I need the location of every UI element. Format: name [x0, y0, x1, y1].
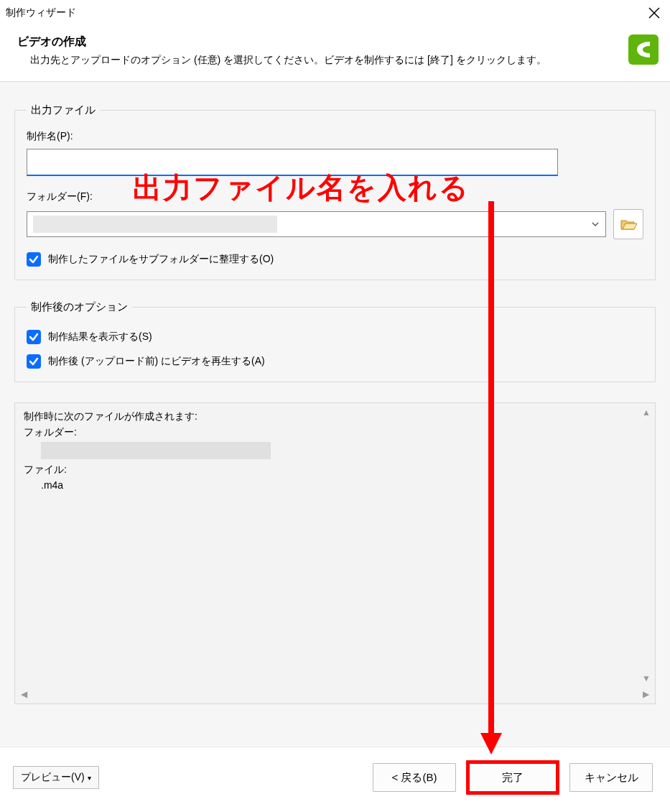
folder-open-icon — [620, 216, 637, 232]
output-file-legend: 出力ファイル — [27, 103, 100, 117]
check-icon — [29, 356, 39, 366]
show-results-label: 制作結果を表示する(S) — [48, 331, 152, 343]
check-icon — [29, 332, 39, 342]
output-file-item: .m4a — [24, 479, 646, 491]
folder-label: フォルダー(F): — [27, 190, 643, 203]
folder-select[interactable] — [27, 211, 606, 237]
check-icon — [29, 254, 39, 264]
dropdown-caret-icon: ▾ — [88, 774, 91, 782]
page-description: 出力先とアップロードのオプション (任意) を選択してください。ビデオを制作する… — [17, 54, 621, 67]
svg-rect-2 — [628, 34, 659, 65]
page-heading: ビデオの作成 — [17, 34, 621, 50]
output-folder-label: フォルダー: — [24, 426, 646, 439]
scroll-right-icon[interactable]: ▶ — [643, 689, 649, 702]
folder-select-value — [33, 212, 591, 236]
close-button[interactable] — [647, 6, 661, 20]
browse-folder-button[interactable] — [613, 209, 643, 239]
play-after-label: 制作後 (アップロード前) にビデオを再生する(A) — [48, 355, 265, 368]
production-name-label: 制作名(P): — [27, 130, 643, 143]
chevron-down-icon — [591, 220, 600, 229]
app-logo-icon — [628, 34, 659, 65]
play-after-checkbox[interactable] — [27, 354, 41, 369]
window-title: 制作ウィザード — [6, 6, 76, 19]
post-production-group: 制作後のオプション 制作結果を表示する(S) 制作後 (アップロード前) にビデ… — [14, 300, 656, 382]
close-icon — [648, 7, 660, 19]
finish-button[interactable]: 完了 — [466, 760, 559, 795]
cancel-button[interactable]: キャンセル — [569, 763, 653, 792]
output-file-label: ファイル: — [24, 463, 646, 476]
organize-subfolders-checkbox[interactable] — [27, 252, 41, 267]
output-folder-path — [41, 442, 271, 459]
production-name-input[interactable] — [27, 149, 558, 176]
output-summary-panel: 制作時に次のファイルが作成されます: フォルダー: ファイル: .m4a ▲ ▼… — [14, 402, 656, 704]
organize-subfolders-label: 制作したファイルをサブフォルダーに整理する(O) — [48, 253, 274, 266]
post-production-legend: 制作後のオプション — [27, 300, 132, 314]
output-file-group: 出力ファイル 制作名(P): フォルダー(F): — [14, 103, 656, 280]
scroll-down-icon[interactable]: ▼ — [642, 673, 651, 683]
show-results-checkbox[interactable] — [27, 330, 41, 344]
back-button[interactable]: < 戻る(B) — [373, 763, 456, 792]
preview-button-label: プレビュー(V) — [21, 771, 85, 784]
scroll-left-icon[interactable]: ◀ — [21, 689, 27, 702]
output-intro-text: 制作時に次のファイルが作成されます: — [24, 410, 646, 423]
preview-button[interactable]: プレビュー(V) ▾ — [13, 766, 99, 789]
scroll-up-icon[interactable]: ▲ — [642, 407, 651, 417]
